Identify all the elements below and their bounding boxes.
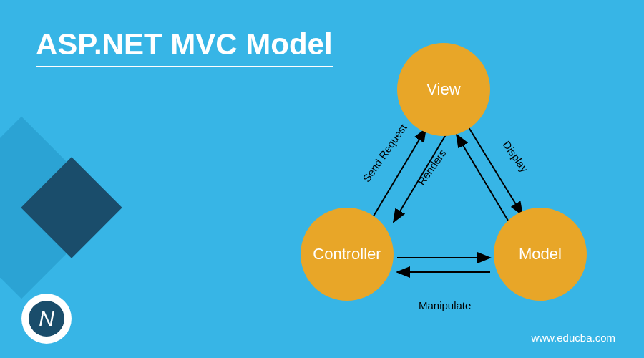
node-view: View: [397, 43, 490, 136]
dotnet-icon: N: [29, 301, 64, 337]
svg-line-3: [469, 127, 522, 215]
page-title: ASP.NET MVC Model: [36, 27, 333, 67]
node-view-label: View: [426, 80, 460, 99]
mvc-diagram: View Controller Model Send Request Rende…: [293, 43, 594, 315]
node-controller-label: Controller: [313, 245, 381, 263]
logo: N: [21, 294, 72, 344]
node-model: Model: [494, 208, 587, 301]
node-controller: Controller: [301, 208, 394, 301]
website-url: www.educba.com: [531, 332, 615, 344]
node-model-label: Model: [519, 245, 562, 263]
edge-label-manipulate: Manipulate: [419, 299, 471, 311]
logo-glyph: N: [39, 306, 54, 331]
